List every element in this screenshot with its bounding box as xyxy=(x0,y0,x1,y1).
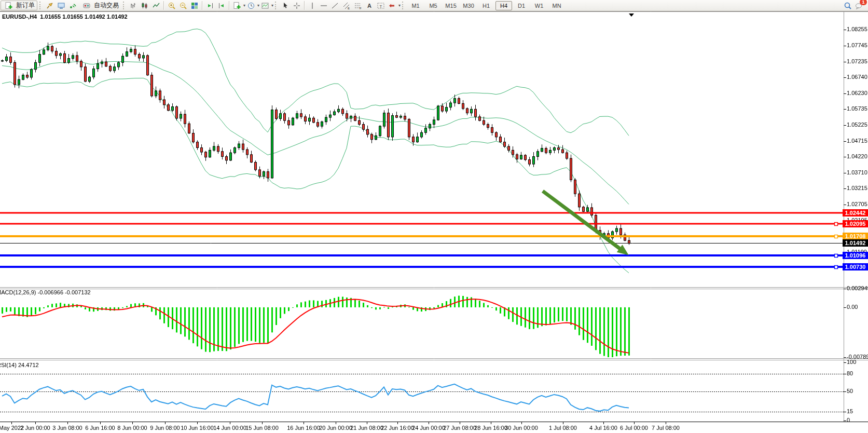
time-tick-label: 6 Jun 16:00 xyxy=(85,425,115,431)
period-clock-icon[interactable] xyxy=(246,1,256,10)
time-tick-label: 14 Jun 00:00 xyxy=(213,425,246,431)
time-tick-label: 20 Jun 00:00 xyxy=(319,425,352,431)
toolbar-grip xyxy=(39,2,42,9)
macd-indicator-label: MACD(12,26,9) -0.006966 -0.007132 xyxy=(0,289,91,295)
price-level-tag: 1.01708 xyxy=(843,233,868,240)
timeframe-h4[interactable]: H4 xyxy=(495,1,512,10)
horizontal-line-icon[interactable] xyxy=(319,1,328,10)
signal-icon[interactable] xyxy=(68,1,77,10)
tile-windows-icon[interactable] xyxy=(190,1,199,10)
chart-title: EURUSD-,H4 1.01655 1.01655 1.01492 1.014… xyxy=(2,13,128,20)
new-order-button[interactable]: 新订单 xyxy=(1,1,37,10)
toolbar-separator xyxy=(163,1,164,10)
vertical-line-icon[interactable] xyxy=(308,1,317,10)
bar-chart-icon[interactable] xyxy=(129,1,138,10)
zoom-out-icon[interactable] xyxy=(178,1,188,10)
time-tick-label: 16 Jun 16:00 xyxy=(287,425,320,431)
price-level-tag: 1.00730 xyxy=(843,263,868,270)
chart-window: EURUSD-,H4 1.01655 1.01655 1.01492 1.014… xyxy=(0,11,868,433)
rsi-tick-label: 80 xyxy=(847,370,853,376)
time-tick-label: 4 Jul 16:00 xyxy=(589,425,617,431)
chart-shift-icon[interactable] xyxy=(217,1,226,10)
time-tick-label: 27 Jun 08:00 xyxy=(443,425,476,431)
indicators-dropdown-caret[interactable]: ▾ xyxy=(243,3,245,8)
autotrade-label: 自动交易 xyxy=(94,1,119,10)
price-tick-label: 1.07745 xyxy=(847,42,867,48)
terminal-icon[interactable] xyxy=(57,1,66,10)
search-icon[interactable] xyxy=(843,1,852,10)
toolbar-grip xyxy=(275,2,278,9)
rsi-tick-label: 100 xyxy=(847,359,856,365)
svg-text:T: T xyxy=(380,4,382,8)
toolbar-separator xyxy=(304,1,305,10)
time-tick-label: 22 Jun 16:00 xyxy=(381,425,414,431)
chat-icon[interactable]: 1 xyxy=(855,1,864,10)
line-chart-icon[interactable] xyxy=(151,1,161,10)
svg-text:F: F xyxy=(360,7,362,10)
crosshair-icon[interactable] xyxy=(292,1,301,10)
price-tick-label: 1.04715 xyxy=(847,138,867,144)
macd-tick-label: 0.00 xyxy=(847,304,858,310)
period-dropdown-caret[interactable]: ▾ xyxy=(257,3,259,8)
new-order-label: 新订单 xyxy=(16,1,35,10)
toolbar-separator xyxy=(229,1,230,10)
zoom-in-icon[interactable] xyxy=(167,1,176,10)
autotrade-icon xyxy=(82,1,91,10)
toolbar-separator xyxy=(202,1,203,10)
timeframe-m5[interactable]: M5 xyxy=(425,1,442,10)
timeframe-d1[interactable]: D1 xyxy=(513,1,530,10)
toolbar-grip xyxy=(123,2,126,9)
price-tick-label: 1.06230 xyxy=(847,90,867,96)
price-tick-label: 1.06740 xyxy=(847,74,867,80)
price-chart-canvas[interactable] xyxy=(0,11,868,433)
fibonacci-icon[interactable]: F xyxy=(353,1,363,10)
rsi-tick-label: 15 xyxy=(847,408,853,414)
timeframe-mn[interactable]: MN xyxy=(548,1,565,10)
indicators-icon[interactable] xyxy=(232,1,242,10)
rsi-tick-label: 0 xyxy=(847,417,850,423)
timeframe-m15[interactable]: M15 xyxy=(443,1,459,10)
svg-text:A: A xyxy=(367,3,371,9)
template-icon[interactable] xyxy=(260,1,270,10)
chart-pointer-icon[interactable] xyxy=(45,1,54,10)
time-tick-label: 30 Jun 00:00 xyxy=(505,425,538,431)
price-level-tag: 1.02442 xyxy=(843,209,868,216)
rsi-tick-label: 50 xyxy=(847,388,853,394)
price-tick-label: 1.08255 xyxy=(847,26,867,32)
rsi-indicator-label: RSI(14) 24.4712 xyxy=(0,362,39,368)
price-tick-label: 1.04220 xyxy=(847,153,867,159)
time-tick-label: 3 Jun 08:00 xyxy=(52,425,82,431)
shapes-dropdown-caret[interactable]: ▾ xyxy=(398,3,401,8)
price-level-tag: 1.02095 xyxy=(843,220,868,227)
time-tick-label: 1 Jul 08:00 xyxy=(549,425,577,431)
arrows-shapes-icon[interactable] xyxy=(388,1,397,10)
time-tick-label: 28 Jun 16:00 xyxy=(474,425,507,431)
timeframe-m30[interactable]: M30 xyxy=(460,1,477,10)
price-tick-label: 1.07235 xyxy=(847,58,867,64)
equidistant-channel-icon[interactable]: E xyxy=(342,1,351,10)
timeframe-m1[interactable]: M1 xyxy=(407,1,424,10)
svg-text:E: E xyxy=(348,7,350,10)
autotrade-button[interactable]: 自动交易 xyxy=(79,1,121,10)
time-tick-label: 7 Jul 08:00 xyxy=(652,425,680,431)
trendline-icon[interactable] xyxy=(330,1,340,10)
cursor-icon[interactable] xyxy=(281,1,290,10)
toolbar: 新订单 自动交易 ▾ ▾ xyxy=(0,0,868,11)
price-tick-label: 1.03215 xyxy=(847,185,867,191)
template-dropdown-caret[interactable]: ▾ xyxy=(271,3,273,8)
auto-scroll-icon[interactable] xyxy=(205,1,215,10)
time-tick-label: 10 Jun 16:00 xyxy=(181,425,214,431)
price-tick-label: 1.05735 xyxy=(847,105,867,112)
time-tick-label: 24 Jun 00:00 xyxy=(412,425,445,431)
timeframe-h1[interactable]: H1 xyxy=(478,1,494,10)
text-icon[interactable]: A xyxy=(365,1,374,10)
time-tick-label: 15 Jun 08:00 xyxy=(245,425,279,431)
time-tick-label: 6 Jul 00:00 xyxy=(620,425,648,431)
text-label-icon[interactable]: T xyxy=(376,1,385,10)
time-tick-label: 2 Jun 00:00 xyxy=(20,425,50,431)
candlestick-chart-icon[interactable] xyxy=(140,1,149,10)
time-tick-label: 9 Jun 08:00 xyxy=(150,425,180,431)
timeframe-w1[interactable]: W1 xyxy=(531,1,547,10)
current-price-tag: 1.01492 xyxy=(843,239,868,247)
macd-tick-label: 0.002949 xyxy=(847,285,868,291)
